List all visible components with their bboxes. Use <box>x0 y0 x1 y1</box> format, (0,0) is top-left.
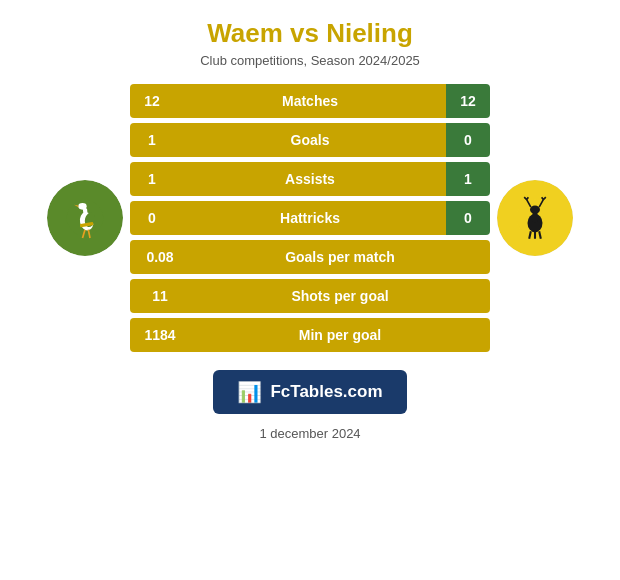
stat-row-goals-per-match: 0.08 Goals per match <box>130 240 490 274</box>
page-wrapper: Waem vs Nieling Club competitions, Seaso… <box>0 0 620 580</box>
stat-left-shots-per-goal: 11 <box>130 279 190 313</box>
team-logo-right <box>490 180 580 256</box>
footer-date: 1 december 2024 <box>259 426 360 441</box>
main-content: 12 Matches 12 1 Goals 0 1 Assists 1 0 Ha… <box>10 84 610 352</box>
stat-row-matches: 12 Matches 12 <box>130 84 490 118</box>
stat-row-goals: 1 Goals 0 <box>130 123 490 157</box>
fctables-brand: FcTables.com <box>270 382 382 402</box>
stat-left-matches: 12 <box>130 84 174 118</box>
deer-icon <box>510 193 560 243</box>
stat-label-matches: Matches <box>174 84 446 118</box>
stat-right-matches: 12 <box>446 84 490 118</box>
stat-row-shots-per-goal: 11 Shots per goal <box>130 279 490 313</box>
stat-label-shots-per-goal: Shots per goal <box>190 279 490 313</box>
logo-circle-right <box>497 180 573 256</box>
stat-left-min-per-goal: 1184 <box>130 318 190 352</box>
logo-circle-left <box>47 180 123 256</box>
stat-left-hattricks: 0 <box>130 201 174 235</box>
stat-label-goals: Goals <box>174 123 446 157</box>
stat-row-assists: 1 Assists 1 <box>130 162 490 196</box>
stat-left-goals: 1 <box>130 123 174 157</box>
stat-label-hattricks: Hattricks <box>174 201 446 235</box>
team-logo-left <box>40 180 130 256</box>
stat-label-assists: Assists <box>174 162 446 196</box>
stat-right-assists: 1 <box>446 162 490 196</box>
page-subtitle: Club competitions, Season 2024/2025 <box>200 53 420 68</box>
stork-icon <box>60 193 110 243</box>
stat-row-min-per-goal: 1184 Min per goal <box>130 318 490 352</box>
fctables-chart-icon: 📊 <box>237 380 262 404</box>
stat-right-goals: 0 <box>446 123 490 157</box>
page-title: Waem vs Nieling <box>207 18 413 49</box>
stat-left-assists: 1 <box>130 162 174 196</box>
svg-point-3 <box>78 203 86 210</box>
stats-column: 12 Matches 12 1 Goals 0 1 Assists 1 0 Ha… <box>130 84 490 352</box>
stat-label-min-per-goal: Min per goal <box>190 318 490 352</box>
stat-left-goals-per-match: 0.08 <box>130 240 190 274</box>
stat-right-hattricks: 0 <box>446 201 490 235</box>
stat-label-goals-per-match: Goals per match <box>190 240 490 274</box>
stat-row-hattricks: 0 Hattricks 0 <box>130 201 490 235</box>
fctables-logo: 📊 FcTables.com <box>213 370 406 414</box>
